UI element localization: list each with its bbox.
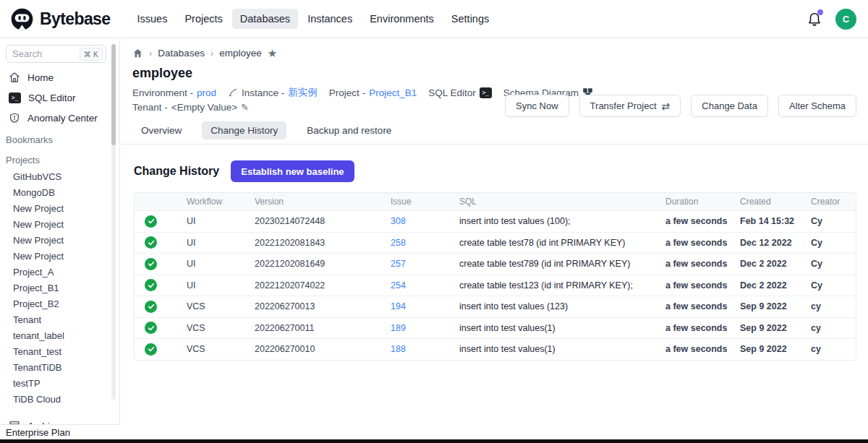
success-check-icon — [145, 279, 157, 291]
bytebase-logo-icon — [10, 7, 34, 31]
sidebar-section-projects: Projects — [0, 151, 119, 168]
database-tabs: Overview Change History Backup and resto… — [121, 121, 868, 145]
success-check-icon — [145, 322, 157, 334]
project-label: Project - — [329, 87, 365, 98]
home-icon — [9, 72, 20, 83]
instance-label: Instance - — [242, 87, 284, 98]
brand-name: Bytebase — [40, 9, 110, 29]
col-creator: Creator — [799, 197, 856, 207]
issue-link[interactable]: 257 — [391, 259, 406, 269]
success-check-icon — [145, 301, 157, 313]
nav-settings[interactable]: Settings — [443, 9, 497, 29]
tenant-label: Tenant - — [132, 102, 168, 113]
sidebar-item-label: Home — [27, 72, 54, 83]
breadcrumb-home-icon[interactable] — [132, 48, 143, 59]
tab-overview[interactable]: Overview — [132, 121, 190, 139]
tab-change-history[interactable]: Change History — [202, 121, 286, 139]
notification-bell-icon[interactable] — [807, 11, 822, 27]
table-row[interactable]: VCS 202206270013 194 insert into test va… — [135, 296, 856, 317]
sidebar-project-tenanttidb[interactable]: TenantTiDB — [0, 359, 119, 375]
sidebar-item-home[interactable]: Home — [0, 67, 119, 87]
sidebar-project-project-b2[interactable]: Project_B2 — [0, 296, 119, 311]
sidebar-project-project-a[interactable]: Project_A — [0, 264, 119, 280]
table-row[interactable]: VCS 202206270011 189 insert into test va… — [135, 317, 856, 339]
environment-link[interactable]: prod — [197, 87, 216, 98]
sql-editor-terminal-icon[interactable]: >_ — [480, 87, 492, 98]
issue-link[interactable]: 194 — [391, 301, 406, 311]
breadcrumb: › Databases › employee ★ — [121, 38, 868, 59]
sidebar-project-tenant[interactable]: Tenant — [0, 311, 119, 327]
nav-instances[interactable]: Instances — [299, 9, 360, 29]
page-title: employee — [132, 66, 856, 81]
success-check-icon — [145, 343, 157, 356]
change-history-table: Workflow Version Issue SQL Duration Crea… — [134, 192, 856, 361]
issue-link[interactable]: 254 — [391, 280, 406, 291]
issue-link[interactable]: 308 — [391, 216, 406, 226]
sidebar-project-new-project-2[interactable]: New Project — [0, 216, 119, 232]
search-shortcut-badge: ⌘ K — [80, 48, 103, 61]
main-navigation: Issues Projects Databases Instances Envi… — [129, 9, 497, 29]
col-workflow: Workflow — [175, 197, 243, 207]
bytebase-logo[interactable]: Bytebase — [10, 7, 110, 31]
col-duration: Duration — [654, 197, 728, 207]
edit-tenant-pencil-icon[interactable]: ✎ — [241, 102, 249, 113]
transfer-arrows-icon: ⇄ — [662, 100, 671, 112]
nav-databases[interactable]: Databases — [232, 9, 298, 29]
sidebar-project-mongodb[interactable]: MongoDB — [0, 184, 119, 200]
col-created: Created — [728, 197, 799, 207]
sidebar-project-new-project-3[interactable]: New Project — [0, 232, 119, 248]
main-content: › Databases › employee ★ employee Enviro… — [121, 38, 868, 443]
transfer-project-button[interactable]: Transfer Project ⇄ — [579, 95, 681, 117]
window-bottom-edge — [0, 439, 868, 443]
instance-link[interactable]: 新实例 — [288, 86, 318, 99]
success-check-icon — [145, 236, 157, 249]
breadcrumb-databases[interactable]: Databases — [158, 48, 205, 59]
terminal-icon: >_ — [9, 93, 21, 103]
change-data-button[interactable]: Change Data — [691, 95, 768, 117]
establish-baseline-button[interactable]: Establish new baseline — [231, 160, 354, 182]
success-check-icon — [145, 215, 157, 228]
sidebar-project-tenant-test[interactable]: Tenant_test — [0, 343, 119, 359]
bookmark-star-icon[interactable]: ★ — [268, 48, 277, 59]
sidebar-project-testtp[interactable]: testTP — [0, 375, 119, 391]
table-row[interactable]: VCS 202206270010 188 insert into test va… — [135, 338, 856, 360]
breadcrumb-separator: › — [149, 48, 152, 59]
table-row[interactable]: UI 20221202081843 258 create table test7… — [135, 232, 856, 254]
table-row[interactable]: UI 20230214072448 308 insert into test v… — [135, 210, 856, 232]
sidebar-scrollbar-thumb[interactable] — [111, 44, 116, 145]
sidebar-project-tenant-label[interactable]: tenant_label — [0, 327, 119, 343]
alter-schema-button[interactable]: Alter Schema — [778, 95, 856, 117]
success-check-icon — [145, 258, 157, 270]
nav-environments[interactable]: Environments — [362, 9, 442, 29]
sidebar-project-githubvcs[interactable]: GitHubVCS — [0, 168, 119, 184]
breadcrumb-employee[interactable]: employee — [219, 48, 262, 59]
table-header-row: Workflow Version Issue SQL Duration Crea… — [135, 193, 856, 210]
sidebar-item-label: Anomaly Center — [27, 113, 98, 124]
issue-link[interactable]: 188 — [391, 344, 406, 354]
environment-label: Environment - — [132, 87, 193, 98]
sidebar-item-sql-editor[interactable]: >_ SQL Editor — [0, 87, 119, 108]
search-input-wrap[interactable]: ⌘ K — [6, 45, 106, 63]
user-avatar[interactable]: C — [835, 9, 856, 30]
search-input[interactable] — [12, 48, 69, 59]
table-row[interactable]: UI 20221202074022 254 create table test1… — [135, 275, 856, 296]
breadcrumb-separator: › — [210, 48, 213, 59]
issue-link[interactable]: 189 — [391, 323, 406, 333]
table-row[interactable]: UI 20221202081649 257 create table test7… — [135, 253, 856, 275]
project-link[interactable]: Project_B1 — [369, 87, 417, 98]
sidebar-item-anomaly-center[interactable]: Anomaly Center — [0, 108, 119, 128]
tab-backup-and-restore[interactable]: Backup and restore — [298, 121, 400, 139]
sidebar-scrollbar[interactable] — [111, 44, 116, 400]
sync-now-button[interactable]: Sync Now — [505, 95, 569, 117]
sidebar-project-new-project-4[interactable]: New Project — [0, 248, 119, 264]
enterprise-plan-label: Enterprise Plan — [0, 424, 120, 439]
notification-dot — [817, 9, 823, 15]
sidebar-project-tidb-cloud[interactable]: TiDB Cloud — [0, 391, 119, 407]
engine-icon — [228, 87, 238, 98]
sidebar-project-project-b1[interactable]: Project_B1 — [0, 280, 119, 296]
col-version: Version — [243, 197, 379, 207]
issue-link[interactable]: 258 — [391, 238, 406, 248]
nav-issues[interactable]: Issues — [129, 9, 175, 29]
nav-projects[interactable]: Projects — [176, 9, 230, 29]
sidebar-project-new-project-1[interactable]: New Project — [0, 200, 119, 216]
